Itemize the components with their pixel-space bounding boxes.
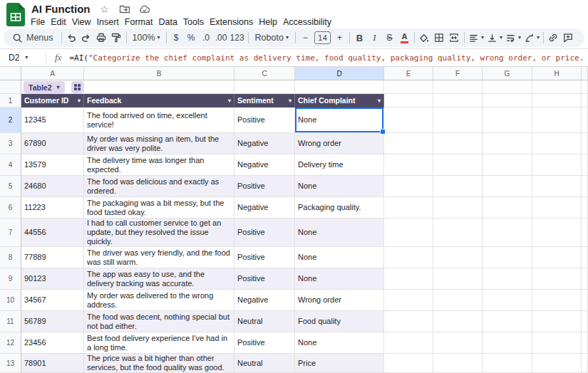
column-letter-b[interactable]: B [84,67,234,80]
cell-sentiment[interactable]: Positive [234,107,295,133]
column-letter-partial[interactable] [582,67,588,80]
empty-cell[interactable] [433,332,483,354]
cell-customer-id[interactable]: 56789 [21,311,84,332]
empty-cell[interactable] [384,219,433,247]
cell-customer-id[interactable]: 24680 [21,176,84,197]
empty-cell[interactable] [384,247,433,268]
zoom-dropdown[interactable]: 100% ▾ [129,30,164,46]
column-letter-f[interactable]: F [433,67,483,80]
cell-customer-id[interactable]: 23456 [21,332,84,354]
row-number-2[interactable]: 2 [0,107,21,133]
table-header-feedback[interactable]: Feedback▾ [84,94,234,107]
vertical-align-button[interactable]: ▾ [485,30,504,46]
empty-cell[interactable] [483,354,532,373]
cell-chief-complaint[interactable]: Food quality [295,311,384,332]
empty-cell[interactable] [384,154,433,176]
empty-cell[interactable] [384,354,433,373]
increase-decimal-button[interactable]: .00 [214,30,229,46]
row-number-blank[interactable] [0,80,21,94]
chevron-down-icon[interactable]: ▾ [78,96,81,105]
cell-feedback[interactable]: The app was easy to use, and the deliver… [84,268,234,290]
text-wrapping-button[interactable]: ▾ [504,30,522,46]
cell-sentiment[interactable]: Positive [234,247,295,268]
row-number-4[interactable]: 4 [0,154,21,176]
cell-chief-complaint[interactable]: None [295,107,384,133]
sheets-logo-icon[interactable] [6,3,25,26]
empty-cell[interactable] [483,176,532,197]
decrease-font-size-button[interactable]: − [298,30,313,46]
empty-cell[interactable] [483,197,532,219]
empty-cell[interactable] [582,197,588,219]
paint-format-button[interactable] [109,30,124,46]
cell-customer-id[interactable]: 77889 [21,247,84,268]
menu-insert[interactable]: Insert [94,16,122,28]
borders-button[interactable] [432,30,447,46]
star-icon[interactable]: ☆ [99,4,110,15]
cell-feedback[interactable]: The food arrived on time, excellent serv… [84,107,234,133]
cell-feedback[interactable]: The delivery time was longer than expect… [84,154,234,176]
cell-customer-id[interactable]: 34567 [21,290,84,311]
empty-cell[interactable] [483,133,532,154]
empty-cell[interactable] [384,107,433,133]
column-letter-a[interactable]: A [21,67,84,80]
increase-font-size-button[interactable]: + [332,30,347,46]
empty-cell[interactable] [433,290,483,311]
empty-cell[interactable] [384,176,433,197]
empty-cell[interactable] [582,154,588,176]
menu-help[interactable]: Help [256,16,280,28]
empty-cell[interactable] [384,197,433,219]
column-letter-e[interactable]: E [384,67,433,80]
empty-cell[interactable] [483,311,532,332]
empty-cell[interactable] [483,290,532,311]
cell-chief-complaint[interactable]: Wrong order [295,133,384,154]
empty-cell[interactable] [532,80,582,94]
empty-cell[interactable] [483,332,532,354]
chevron-down-icon[interactable]: ▾ [378,96,381,105]
cell-chief-complaint[interactable]: Wrong order [295,290,384,311]
cell-chief-complaint[interactable]: None [295,176,384,197]
empty-cell[interactable] [483,80,532,94]
menu-extensions[interactable]: Extensions [207,16,256,28]
menu-data[interactable]: Data [155,16,180,28]
merge-cells-button[interactable] [447,30,462,46]
row-number-8[interactable]: 8 [0,247,21,268]
empty-cell[interactable] [532,247,582,268]
cell-sentiment[interactable]: Positive [234,332,295,354]
menu-edit[interactable]: Edit [48,16,69,28]
column-letter-d[interactable]: D [295,67,384,80]
fill-color-button[interactable] [417,30,432,46]
table-name-chip[interactable]: Table2 ▾ [24,81,65,93]
menu-tools[interactable]: Tools [180,16,207,28]
cell-sentiment[interactable]: Neutral [234,354,295,373]
insert-link-button[interactable] [546,30,561,46]
column-letter-c[interactable]: C [234,67,295,80]
empty-cell[interactable] [433,94,483,107]
empty-cell[interactable] [582,290,588,311]
empty-cell[interactable] [433,311,483,332]
empty-cell[interactable] [483,107,532,133]
empty-cell[interactable] [582,332,588,354]
cell-chief-complaint[interactable]: Packaging quality. [295,197,384,219]
empty-cell[interactable] [433,354,483,373]
cell-sentiment[interactable]: Negative [234,154,295,176]
cell-feedback[interactable]: I had to call customer service to get an… [84,219,234,247]
table-header-sentiment[interactable]: Sentiment▾ [234,94,295,107]
cell-name-box[interactable]: D2 ▾ [0,49,46,66]
strikethrough-button[interactable]: S [382,30,397,46]
menu-view[interactable]: View [69,16,94,28]
cell-sentiment[interactable]: Positive [234,268,295,290]
bold-button[interactable]: B [352,30,367,46]
italic-button[interactable]: I [367,30,382,46]
empty-cell[interactable] [532,107,582,133]
empty-cell[interactable] [532,154,582,176]
empty-cell[interactable] [582,80,588,94]
cell-customer-id[interactable]: 11223 [21,197,84,219]
row-number-1[interactable]: 1 [0,94,21,107]
cell-chief-complaint[interactable]: None [295,247,384,268]
empty-cell[interactable] [384,133,433,154]
chevron-down-icon[interactable]: ▾ [228,96,231,105]
format-currency-button[interactable]: $ [169,30,184,46]
table-header-customer-id[interactable]: Customer ID▾ [21,94,84,107]
insert-comment-button[interactable] [561,30,576,46]
empty-cell[interactable] [532,197,582,219]
